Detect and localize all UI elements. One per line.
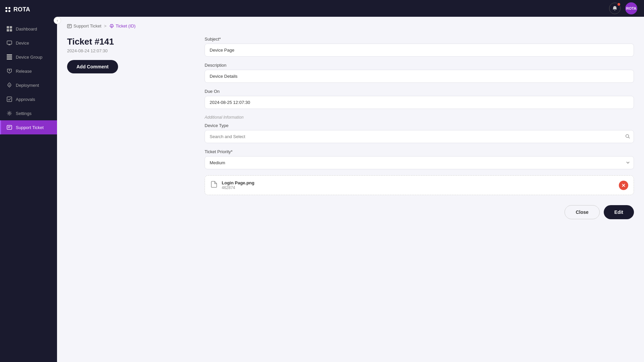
sidebar-item-support-ticket[interactable]: Support Ticket bbox=[0, 120, 57, 134]
sidebar-nav: Dashboard Device Device Grou bbox=[0, 19, 57, 362]
ticket-priority-select-wrapper: Low Medium High Critical bbox=[205, 156, 634, 169]
svg-rect-7 bbox=[7, 54, 12, 56]
svg-point-21 bbox=[111, 25, 112, 27]
file-details: Login Page.png 462874 bbox=[222, 180, 255, 190]
sidebar-item-dashboard[interactable]: Dashboard bbox=[0, 22, 57, 36]
approvals-icon bbox=[6, 96, 12, 102]
notification-badge bbox=[617, 2, 621, 6]
description-group: Description bbox=[205, 63, 634, 83]
svg-point-12 bbox=[9, 85, 10, 86]
breadcrumb-parent[interactable]: Support Ticket bbox=[67, 23, 101, 28]
device-icon bbox=[6, 40, 12, 46]
sidebar-item-device-group[interactable]: Device Group bbox=[0, 50, 57, 64]
due-on-label: Due On bbox=[205, 89, 634, 94]
sidebar-item-label: Settings bbox=[16, 111, 32, 116]
svg-rect-18 bbox=[67, 24, 71, 28]
breadcrumb-current: Ticket (ID) bbox=[109, 23, 136, 28]
svg-point-22 bbox=[626, 134, 629, 137]
left-panel: Ticket #141 2024-08-24 12:07:30 Add Comm… bbox=[67, 37, 195, 219]
support-ticket-icon bbox=[6, 124, 12, 130]
ticket-priority-select[interactable]: Low Medium High Critical bbox=[205, 156, 634, 169]
svg-rect-4 bbox=[7, 41, 12, 44]
sidebar-item-label: Dashboard bbox=[16, 26, 37, 32]
file-attachment: Login Page.png 462874 bbox=[205, 175, 634, 195]
sidebar-item-deployment[interactable]: Deployment bbox=[0, 78, 57, 92]
sidebar-item-label: Deployment bbox=[16, 83, 39, 88]
description-label: Description bbox=[205, 63, 634, 68]
sidebar-collapse-button[interactable]: ‹ bbox=[54, 17, 61, 24]
avatar[interactable]: ROTA bbox=[625, 2, 637, 14]
svg-rect-2 bbox=[7, 29, 9, 32]
search-icon bbox=[625, 134, 630, 139]
svg-rect-1 bbox=[10, 26, 12, 28]
breadcrumb-separator: > bbox=[104, 23, 107, 28]
ticket-date: 2024-08-24 12:07:30 bbox=[67, 48, 195, 53]
dashboard-icon bbox=[6, 26, 12, 32]
device-type-input[interactable] bbox=[205, 130, 634, 143]
ticket-title: Ticket #141 bbox=[67, 37, 195, 47]
svg-rect-3 bbox=[10, 29, 12, 32]
add-comment-button[interactable]: Add Comment bbox=[67, 60, 118, 73]
breadcrumb-parent-label: Support Ticket bbox=[73, 23, 101, 28]
device-type-label: Device Type bbox=[205, 123, 634, 128]
edit-button[interactable]: Edit bbox=[604, 205, 634, 219]
file-info: Login Page.png 462874 bbox=[210, 180, 255, 190]
sidebar-item-label: Device bbox=[16, 41, 29, 46]
svg-rect-9 bbox=[7, 58, 12, 60]
svg-rect-0 bbox=[7, 26, 9, 28]
additional-info-label: Additional Information bbox=[205, 115, 634, 120]
release-icon bbox=[6, 68, 12, 74]
main-content: Support Ticket > Ticket (ID) Ticket #141… bbox=[57, 17, 644, 362]
device-type-group: Device Type bbox=[205, 123, 634, 143]
sidebar-item-release[interactable]: Release bbox=[0, 64, 57, 78]
file-remove-button[interactable] bbox=[619, 181, 628, 190]
svg-rect-15 bbox=[7, 125, 12, 129]
notification-button[interactable] bbox=[609, 3, 621, 14]
app-name: ROTA bbox=[13, 6, 30, 13]
breadcrumb: Support Ticket > Ticket (ID) bbox=[67, 23, 634, 28]
device-type-search-wrapper bbox=[205, 130, 634, 143]
close-button[interactable]: Close bbox=[565, 205, 599, 219]
sidebar-item-label: Approvals bbox=[16, 97, 35, 102]
action-buttons: Close Edit bbox=[205, 205, 634, 219]
sidebar-item-approvals[interactable]: Approvals bbox=[0, 92, 57, 106]
right-panel: Subject* Description Due On Additional I… bbox=[205, 37, 634, 219]
sidebar-item-label: Support Ticket bbox=[16, 125, 44, 130]
due-on-input[interactable] bbox=[205, 96, 634, 109]
subject-group: Subject* bbox=[205, 37, 634, 57]
sidebar-item-label: Device Group bbox=[16, 55, 42, 60]
svg-point-11 bbox=[9, 70, 10, 70]
logo-icon bbox=[5, 7, 11, 12]
sidebar-item-label: Release bbox=[16, 69, 32, 74]
svg-rect-8 bbox=[7, 56, 12, 58]
description-input[interactable] bbox=[205, 70, 634, 83]
file-size: 462874 bbox=[222, 185, 255, 190]
file-icon bbox=[210, 181, 218, 190]
page-body: Ticket #141 2024-08-24 12:07:30 Add Comm… bbox=[67, 37, 634, 219]
device-group-icon bbox=[6, 54, 12, 60]
settings-icon bbox=[6, 110, 12, 116]
sidebar: ROTA Dashboard bbox=[0, 0, 57, 362]
file-name: Login Page.png bbox=[222, 180, 255, 185]
due-on-group: Due On bbox=[205, 89, 634, 109]
breadcrumb-current-label: Ticket (ID) bbox=[116, 23, 136, 28]
subject-label: Subject* bbox=[205, 37, 634, 42]
app-logo: ROTA bbox=[0, 0, 57, 19]
deployment-icon bbox=[6, 82, 12, 88]
svg-point-14 bbox=[9, 113, 10, 114]
ticket-priority-label: Ticket Priority* bbox=[205, 149, 634, 154]
sidebar-item-device[interactable]: Device bbox=[0, 36, 57, 50]
svg-rect-13 bbox=[7, 97, 12, 102]
svg-line-23 bbox=[629, 137, 630, 138]
subject-input[interactable] bbox=[205, 44, 634, 57]
topbar: ROTA bbox=[57, 0, 644, 17]
ticket-priority-group: Ticket Priority* Low Medium High Critica… bbox=[205, 149, 634, 169]
sidebar-item-settings[interactable]: Settings bbox=[0, 106, 57, 120]
